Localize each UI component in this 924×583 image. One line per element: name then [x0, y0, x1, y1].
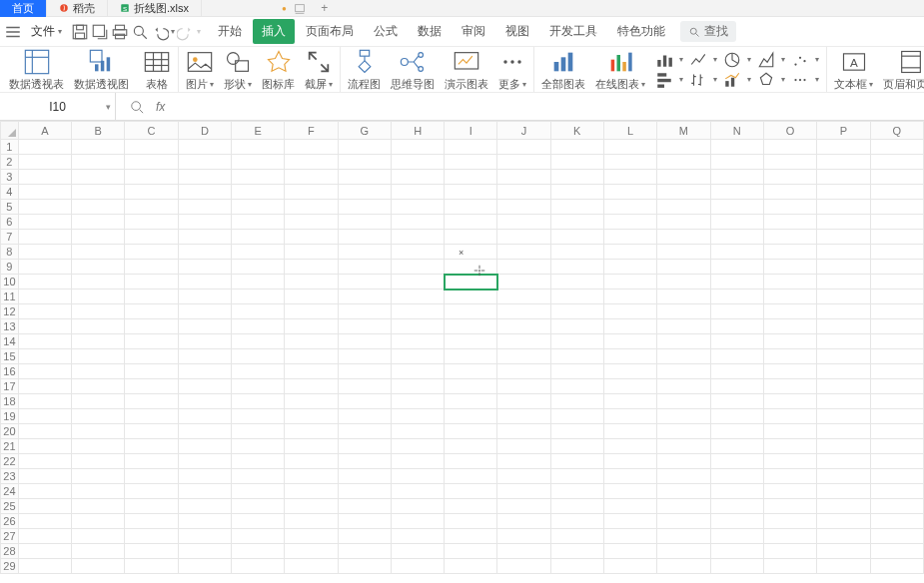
cell[interactable] [72, 364, 125, 379]
cell[interactable] [710, 140, 763, 155]
cell[interactable] [657, 230, 710, 245]
row-header[interactable]: 5 [1, 200, 19, 215]
cell[interactable] [125, 155, 178, 170]
cell[interactable] [497, 245, 550, 260]
cell[interactable] [338, 424, 391, 439]
cell[interactable] [870, 304, 924, 319]
cell[interactable] [710, 230, 763, 245]
menu-layout[interactable]: 页面布局 [297, 19, 363, 44]
cell[interactable] [338, 409, 391, 424]
cell[interactable] [550, 185, 603, 200]
row-header[interactable]: 11 [1, 290, 19, 304]
cell[interactable] [603, 514, 656, 529]
cell[interactable] [550, 364, 603, 379]
cell[interactable] [391, 155, 444, 170]
cell[interactable] [445, 544, 497, 559]
cell[interactable] [870, 230, 924, 245]
col-header[interactable]: M [657, 122, 710, 140]
picture-button[interactable]: 图片▾ [186, 48, 214, 92]
cell[interactable] [391, 185, 444, 200]
cell[interactable] [125, 484, 178, 499]
col-header[interactable]: E [232, 122, 285, 140]
cell[interactable] [391, 230, 444, 245]
cell[interactable] [657, 155, 710, 170]
cell[interactable] [817, 409, 870, 424]
cell[interactable] [391, 529, 444, 544]
cell[interactable] [710, 454, 763, 469]
cell[interactable] [285, 334, 338, 349]
cell[interactable] [285, 469, 338, 484]
cell[interactable] [72, 245, 125, 260]
cell[interactable] [338, 559, 391, 574]
cell[interactable] [763, 140, 816, 155]
cell[interactable] [285, 170, 338, 185]
cell[interactable] [870, 140, 924, 155]
row-header[interactable]: 29 [1, 559, 19, 574]
file-menu[interactable]: 文件▾ [24, 20, 69, 43]
cell[interactable] [603, 484, 656, 499]
menu-review[interactable]: 审阅 [453, 19, 494, 44]
cell[interactable] [817, 484, 870, 499]
cell[interactable] [710, 424, 763, 439]
cell[interactable] [870, 469, 924, 484]
menu-start[interactable]: 开始 [209, 19, 251, 44]
cell[interactable] [232, 514, 285, 529]
cell[interactable] [657, 275, 710, 290]
cell[interactable] [125, 379, 178, 394]
cell[interactable] [603, 245, 656, 260]
cell[interactable] [497, 529, 550, 544]
row-header[interactable]: 13 [1, 319, 19, 334]
cell[interactable] [72, 304, 125, 319]
cell[interactable] [338, 260, 391, 275]
cell[interactable] [285, 484, 338, 499]
cell[interactable] [125, 304, 178, 319]
cell[interactable] [550, 215, 603, 230]
cell[interactable] [817, 275, 870, 290]
col-header[interactable]: K [550, 122, 603, 140]
row-header[interactable]: 12 [1, 304, 19, 319]
cell[interactable] [710, 439, 763, 454]
cell[interactable] [817, 200, 870, 215]
cell[interactable] [72, 275, 125, 290]
cell[interactable] [285, 275, 338, 290]
cell[interactable] [817, 469, 870, 484]
flowchart-button[interactable]: 流程图 [348, 48, 381, 92]
cell[interactable] [72, 424, 125, 439]
row-header[interactable]: 7 [1, 230, 19, 245]
cell[interactable] [497, 409, 550, 424]
cell[interactable] [763, 170, 816, 185]
cell[interactable] [338, 499, 391, 514]
cell[interactable] [178, 200, 231, 215]
cell[interactable] [72, 514, 125, 529]
cell[interactable] [285, 439, 338, 454]
cell[interactable] [497, 260, 550, 275]
cell[interactable] [178, 484, 231, 499]
cell[interactable] [497, 349, 550, 364]
cell[interactable] [550, 454, 603, 469]
row-header[interactable]: 26 [1, 514, 19, 529]
cell[interactable] [445, 514, 497, 529]
cell[interactable] [232, 275, 285, 290]
row-header[interactable]: 21 [1, 439, 19, 454]
cell[interactable] [445, 559, 497, 574]
row-header[interactable]: 14 [1, 334, 19, 349]
column-chart-mini-icon[interactable] [655, 71, 673, 89]
cell[interactable] [285, 260, 338, 275]
cell[interactable] [710, 379, 763, 394]
cell[interactable] [710, 304, 763, 319]
cell[interactable] [550, 200, 603, 215]
col-header[interactable]: I [445, 122, 497, 140]
cell[interactable] [710, 559, 763, 574]
cell[interactable] [445, 245, 497, 260]
cell[interactable] [657, 409, 710, 424]
cell[interactable] [763, 275, 816, 290]
cell[interactable] [72, 409, 125, 424]
tab-file[interactable]: S 折线图.xlsx [108, 0, 202, 17]
cell[interactable] [338, 170, 391, 185]
formula-input[interactable] [179, 93, 924, 120]
cell[interactable] [285, 245, 338, 260]
textbox-button[interactable]: A 文本框▾ [834, 48, 873, 92]
cell[interactable] [285, 200, 338, 215]
cell[interactable] [232, 424, 285, 439]
cell[interactable] [445, 304, 497, 319]
